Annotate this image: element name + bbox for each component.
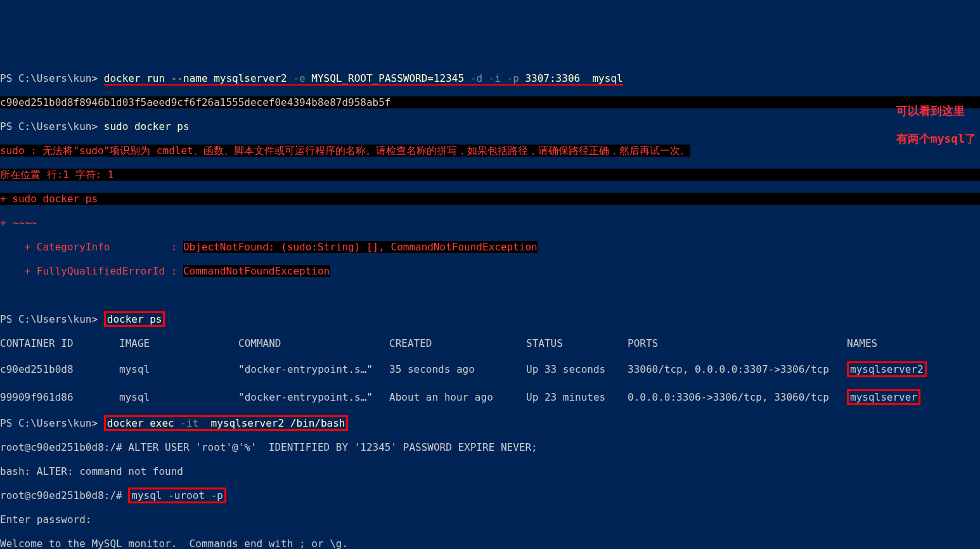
bash-error: bash: ALTER: command not found bbox=[0, 465, 980, 477]
flags-dip: -d -i -p bbox=[470, 72, 519, 84]
line-sudo: PS C:\Users\kun> sudo docker ps bbox=[0, 120, 980, 132]
table-row: 99909f961d86mysql"docker-entrypoint.s…"A… bbox=[0, 389, 980, 405]
annotation-line2: 有两个mysql了 bbox=[896, 132, 976, 145]
root-prompt: root@c90ed251b0d8:/# bbox=[0, 441, 122, 453]
exec-target: mysqlserver2 /bin/bash bbox=[198, 417, 345, 429]
flag-e: -e bbox=[293, 72, 305, 84]
cell-crt: About an hour ago bbox=[389, 391, 526, 403]
line-docker-exec: PS C:\Users\kun> docker exec -it mysqlse… bbox=[0, 417, 980, 429]
root-prompt: root@c90ed251b0d8:/# bbox=[0, 489, 122, 501]
line-docker-ps: PS C:\Users\kun> docker ps bbox=[0, 313, 980, 325]
cat-label: + CategoryInfo : bbox=[0, 241, 183, 253]
cell-sts: Up 23 minutes bbox=[526, 391, 628, 403]
cmd-docker-ps: docker ps bbox=[107, 313, 162, 325]
hdr-command: COMMAND bbox=[238, 337, 389, 349]
ports-arg: 3307:3306 mysql bbox=[519, 72, 623, 84]
cmd-sudo-docker-ps: sudo docker ps bbox=[104, 120, 190, 132]
enter-password: Enter password: bbox=[0, 513, 980, 526]
cell-img: mysql bbox=[119, 391, 238, 403]
annotation-two-mysql: 可以看到这里 有两个mysql了 bbox=[896, 90, 976, 146]
cmd-docker-exec: docker exec bbox=[107, 417, 181, 429]
hdr-ports: PORTS bbox=[628, 337, 847, 349]
container-hash: c90ed251b0d8f8946b1d03f5aeed9cf6f26a1555… bbox=[0, 96, 980, 108]
line-alter-user-bash: root@c90ed251b0d8:/# ALTER USER 'root'@'… bbox=[0, 441, 980, 453]
fqid-line: + FullyQualifiedErrorId : CommandNotFoun… bbox=[0, 265, 980, 277]
hdr-container-id: CONTAINER ID bbox=[0, 337, 119, 349]
flag-it: -it bbox=[180, 417, 198, 429]
table-row: c90ed251b0d8mysql"docker-entrypoint.s…"3… bbox=[0, 361, 980, 377]
table-header: CONTAINER IDIMAGECOMMANDCREATEDSTATUSPOR… bbox=[0, 337, 980, 349]
cell-cmd: "docker-entrypoint.s…" bbox=[238, 363, 389, 375]
mysql-welcome: Welcome to the MySQL monitor. Commands e… bbox=[0, 538, 980, 549]
cell-id: c90ed251b0d8 bbox=[0, 363, 119, 375]
cell-name-mysqlserver: mysqlserver bbox=[847, 389, 920, 405]
blank-line bbox=[0, 289, 980, 301]
cmd-mysql-login: mysql -uroot -p bbox=[128, 488, 226, 503]
alter-user-cmd: ALTER USER 'root'@'%' IDENTIFIED BY '123… bbox=[122, 441, 538, 453]
terminal-output[interactable]: PS C:\Users\kun> docker run --name mysql… bbox=[0, 48, 980, 549]
sudo-error-text: sudo : 无法将"sudo"项识别为 cmdlet、函数、脚本文件或可运行程… bbox=[0, 145, 690, 157]
line-docker-run: PS C:\Users\kun> docker run --name mysql… bbox=[0, 72, 980, 84]
category-info-line: + CategoryInfo : ObjectNotFound: (sudo:S… bbox=[0, 241, 980, 253]
hdr-created: CREATED bbox=[389, 337, 526, 349]
sudo-error-main: sudo : 无法将"sudo"项识别为 cmdlet、函数、脚本文件或可运行程… bbox=[0, 145, 980, 157]
ps-prompt: PS C:\Users\kun> bbox=[0, 120, 98, 132]
cell-cmd: "docker-entrypoint.s…" bbox=[238, 391, 389, 403]
cat-value: ObjectNotFound: (sudo:String) [], Comman… bbox=[183, 241, 538, 253]
cell-sts: Up 33 seconds bbox=[526, 363, 628, 375]
fqid-value: CommandNotFoundException bbox=[183, 265, 330, 277]
sudo-error-echo: + sudo docker ps bbox=[0, 193, 980, 205]
cell-name-mysqlserver2: mysqlserver2 bbox=[847, 361, 927, 377]
ps-prompt: PS C:\Users\kun> bbox=[0, 417, 98, 429]
cell-img: mysql bbox=[119, 363, 238, 375]
cell-prt: 33060/tcp, 0.0.0.0:3307->3306/tcp bbox=[628, 363, 847, 375]
sudo-error-loc: 所在位置 行:1 字符: 1 bbox=[0, 169, 980, 181]
arg-name: --name mysqlserver2 bbox=[165, 72, 293, 84]
annotation-line1: 可以看到这里 bbox=[896, 104, 965, 117]
cell-prt: 0.0.0.0:3306->3306/tcp, 33060/tcp bbox=[628, 391, 847, 403]
line-mysql-login: root@c90ed251b0d8:/# mysql -uroot -p bbox=[0, 489, 980, 501]
fqid-label: + FullyQualifiedErrorId : bbox=[0, 265, 183, 277]
ps-prompt: PS C:\Users\kun> bbox=[0, 313, 98, 325]
cell-id: 99909f961d86 bbox=[0, 391, 119, 403]
hdr-names: NAMES bbox=[847, 337, 877, 349]
env-mysql-pw: MYSQL_ROOT_PASSWORD=12345 bbox=[306, 72, 470, 84]
sudo-error-squiggle: + ~~~~ bbox=[0, 217, 980, 229]
ps-prompt: PS C:\Users\kun> bbox=[0, 72, 98, 84]
hdr-status: STATUS bbox=[526, 337, 628, 349]
cmd-docker-run: docker run bbox=[104, 72, 165, 84]
cell-crt: 35 seconds ago bbox=[389, 363, 526, 375]
hdr-image: IMAGE bbox=[119, 337, 238, 349]
